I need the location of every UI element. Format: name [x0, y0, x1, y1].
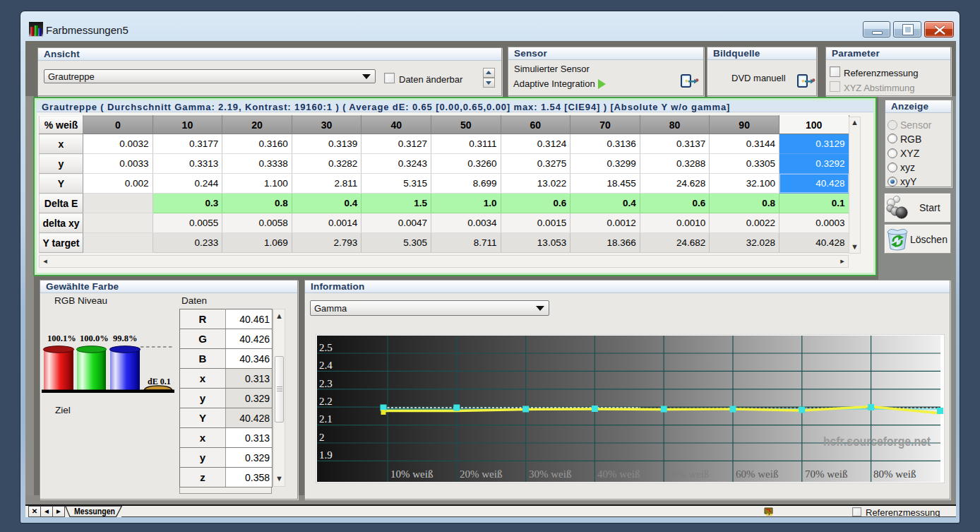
svg-text:2: 2	[319, 432, 325, 443]
svg-text:2.1: 2.1	[319, 413, 333, 425]
svg-text:80% weiß: 80% weiß	[873, 468, 916, 480]
svg-text:30% weiß: 30% weiß	[529, 468, 571, 480]
svg-text:60% weiß: 60% weiß	[736, 468, 778, 480]
svg-text:2.4: 2.4	[319, 360, 333, 371]
svg-text:50% weiß: 50% weiß	[667, 468, 709, 480]
svg-text:70% weiß: 70% weiß	[805, 468, 847, 480]
svg-text:40% weiß: 40% weiß	[597, 468, 640, 480]
svg-text:20% weiß: 20% weiß	[460, 468, 502, 480]
svg-text:hcfr.sourceforge.net: hcfr.sourceforge.net	[823, 434, 931, 449]
svg-text:2.3: 2.3	[319, 378, 333, 389]
svg-text:Messungen: Messungen	[74, 507, 115, 516]
svg-text:2.2: 2.2	[319, 396, 333, 407]
svg-text:10% weiß: 10% weiß	[390, 468, 433, 480]
svg-text:2.5: 2.5	[319, 342, 333, 353]
svg-text:1.9: 1.9	[319, 449, 333, 461]
